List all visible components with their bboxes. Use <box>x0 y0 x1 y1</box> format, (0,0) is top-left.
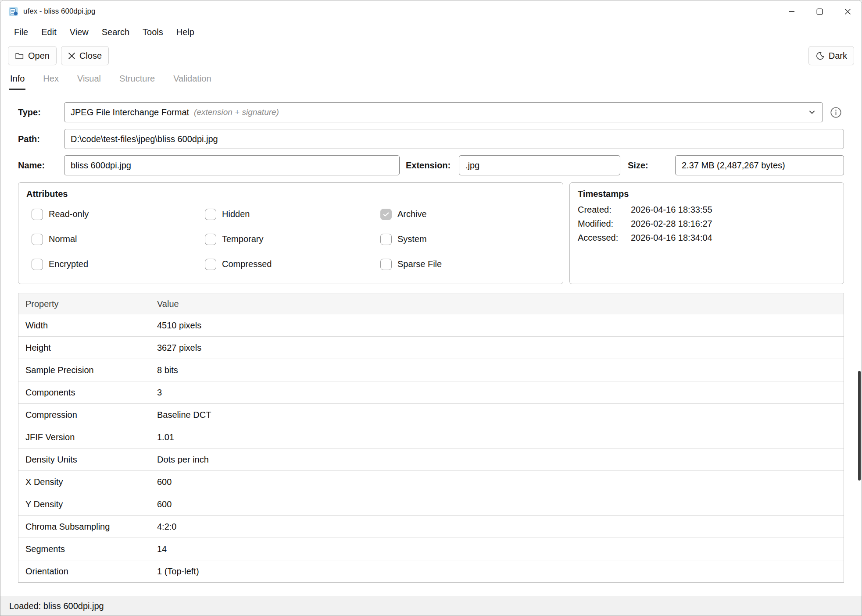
table-body: Width 4510 pixels Height 3627 pixels Sam… <box>18 314 844 582</box>
property-cell: Segments <box>18 538 148 560</box>
attribute-compressed: Compressed <box>205 252 380 277</box>
checkbox-read-only[interactable] <box>32 209 43 220</box>
timestamp-value: 2026-02-28 18:16:27 <box>631 219 712 229</box>
menu-bar: File Edit View Search Tools Help <box>0 22 862 42</box>
attributes-grid: Read-only Hidden Archive Normal Temporar… <box>26 202 555 277</box>
table-row: Density Units Dots per inch <box>18 448 844 470</box>
checkbox-sparse-file[interactable] <box>380 259 392 270</box>
scrollbar-thumb[interactable] <box>858 371 861 481</box>
value-cell: 600 <box>148 493 844 515</box>
chevron-down-icon <box>808 108 816 117</box>
dark-mode-toggle-button[interactable]: Dark <box>808 46 854 65</box>
menu-file[interactable]: File <box>7 24 35 41</box>
path-input[interactable] <box>64 129 844 149</box>
tab-info[interactable]: Info <box>9 71 25 90</box>
path-label: Path: <box>18 134 64 144</box>
timestamps-rows: Created: 2026-04-16 18:33:55 Modified: 2… <box>578 205 836 243</box>
value-cell: 14 <box>148 538 844 560</box>
maximize-icon <box>816 8 823 15</box>
type-row: Type: JPEG File Interchange Format (exte… <box>18 102 844 122</box>
extension-label: Extension: <box>406 160 459 171</box>
check-mark-icon <box>382 210 390 218</box>
attribute-hidden: Hidden <box>205 202 380 227</box>
name-input[interactable] <box>64 155 400 175</box>
column-header-property: Property <box>18 293 148 314</box>
open-button[interactable]: Open <box>8 46 57 65</box>
type-select[interactable]: JPEG File Interchange Format (extension … <box>64 102 823 122</box>
attributes-title: Attributes <box>26 189 555 199</box>
checkbox-encrypted[interactable] <box>32 259 43 270</box>
checkbox-compressed[interactable] <box>205 259 216 270</box>
value-cell: 3 <box>148 381 844 403</box>
checkbox-label: Hidden <box>222 209 250 219</box>
type-label: Type: <box>18 107 64 118</box>
property-cell: Sample Precision <box>18 359 148 381</box>
attribute-encrypted: Encrypted <box>32 252 205 277</box>
size-label: Size: <box>628 160 675 171</box>
window-title: ufex - bliss 600dpi.jpg <box>23 7 95 16</box>
menu-view[interactable]: View <box>63 24 95 41</box>
tab-validation[interactable]: Validation <box>172 71 212 90</box>
checkbox-label: Normal <box>49 234 77 244</box>
checkbox-normal[interactable] <box>32 234 43 245</box>
value-cell: 1.01 <box>148 426 844 448</box>
x-icon <box>68 52 75 60</box>
open-button-label: Open <box>28 51 50 61</box>
timestamp-label: Accessed: <box>578 233 631 243</box>
menu-edit[interactable]: Edit <box>35 24 63 41</box>
name-row: Name: Extension: Size: <box>18 155 844 175</box>
property-cell: Chroma Subsampling <box>18 516 148 538</box>
tab-hex[interactable]: Hex <box>42 71 60 90</box>
dark-mode-toggle-label: Dark <box>829 51 847 61</box>
value-cell: Baseline DCT <box>148 404 844 426</box>
timestamp-value: 2026-04-16 18:33:55 <box>631 205 712 215</box>
tab-visual[interactable]: Visual <box>76 71 102 90</box>
tab-structure[interactable]: Structure <box>118 71 156 90</box>
type-info-button[interactable] <box>827 104 844 121</box>
property-cell: Width <box>18 314 148 336</box>
property-cell: Density Units <box>18 449 148 470</box>
timestamp-value: 2026-04-16 18:34:04 <box>631 233 712 243</box>
title-bar: ufex - bliss 600dpi.jpg <box>0 0 862 22</box>
value-cell: 4510 pixels <box>148 314 844 336</box>
status-text: Loaded: bliss 600dpi.jpg <box>9 601 104 611</box>
menu-tools[interactable]: Tools <box>136 24 170 41</box>
checkbox-temporary[interactable] <box>205 234 216 245</box>
status-bar: Loaded: bliss 600dpi.jpg <box>0 596 862 616</box>
close-window-button[interactable] <box>833 0 862 22</box>
property-cell: Compression <box>18 404 148 426</box>
attributes-timestamps-section: Attributes Read-only Hidden Archive Norm… <box>18 182 844 284</box>
attribute-sparse-file: Sparse File <box>380 252 555 277</box>
value-cell: 4:2:0 <box>148 516 844 538</box>
close-file-button[interactable]: Close <box>61 46 109 65</box>
maximize-button[interactable] <box>805 0 833 22</box>
extension-input[interactable] <box>459 155 620 175</box>
path-row: Path: <box>18 129 844 149</box>
table-row: Height 3627 pixels <box>18 336 844 359</box>
table-header-row: Property Value <box>18 293 844 314</box>
value-cell: Dots per inch <box>148 449 844 470</box>
table-row: Segments 14 <box>18 538 844 560</box>
properties-table: Property Value Width 4510 pixels Height … <box>18 293 844 583</box>
property-cell: Components <box>18 381 148 403</box>
table-row: Sample Precision 8 bits <box>18 359 844 381</box>
minimize-button[interactable] <box>777 0 805 22</box>
property-cell: X Density <box>18 471 148 493</box>
checkbox-label: Encrypted <box>49 259 88 269</box>
menu-help[interactable]: Help <box>170 24 201 41</box>
table-row: Chroma Subsampling 4:2:0 <box>18 515 844 538</box>
checkbox-label: Temporary <box>222 234 263 244</box>
menu-search[interactable]: Search <box>95 24 136 41</box>
timestamp-modified: Modified: 2026-02-28 18:16:27 <box>578 219 836 229</box>
size-input[interactable] <box>675 155 844 175</box>
crescent-moon-icon <box>816 51 825 61</box>
checkbox-hidden[interactable] <box>205 209 216 220</box>
checkbox-label: Read-only <box>49 209 89 219</box>
table-row: X Density 600 <box>18 470 844 493</box>
name-label: Name: <box>18 160 64 171</box>
timestamp-label: Created: <box>578 205 631 215</box>
value-cell: 1 (Top-left) <box>148 560 844 582</box>
attribute-normal: Normal <box>32 227 205 252</box>
checkbox-system[interactable] <box>380 234 392 245</box>
table-row: Width 4510 pixels <box>18 314 844 336</box>
